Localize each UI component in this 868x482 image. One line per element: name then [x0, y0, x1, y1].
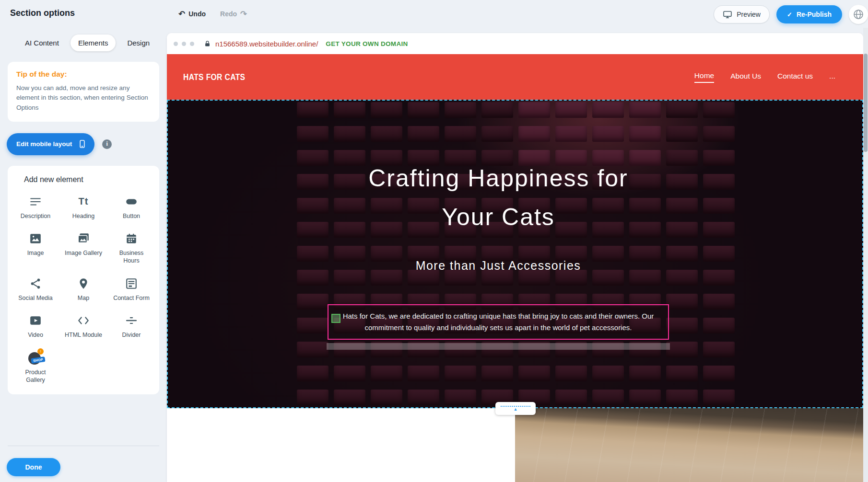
undo-button[interactable]: ↶ Undo	[178, 9, 206, 19]
contact-form-icon	[125, 277, 138, 290]
element-resize-handle[interactable]	[331, 314, 340, 323]
divider-icon	[125, 314, 138, 327]
selected-paragraph-element[interactable]: Hats for Cats, we are dedicated to craft…	[328, 304, 669, 340]
sidebar-divider	[8, 446, 159, 446]
done-button[interactable]: Done	[7, 458, 60, 476]
product-gallery-icon: SHOP ↑	[27, 350, 44, 366]
element-divider[interactable]: Divider	[107, 313, 155, 339]
language-globe-button[interactable]	[849, 5, 868, 24]
hero-section-selected[interactable]: Crafting Happiness for Your Cats More th…	[167, 100, 863, 408]
hero-tile	[555, 366, 587, 381]
html-module-icon	[77, 314, 90, 327]
hero-heading[interactable]: Crafting Happiness for Your Cats	[168, 159, 829, 237]
edit-mobile-layout-button[interactable]: Edit mobile layout	[7, 133, 94, 155]
hero-tile	[592, 390, 624, 405]
mobile-layout-row: Edit mobile layout i	[7, 133, 159, 155]
site-nav: Home About Us Contact us ...	[694, 71, 835, 83]
get-your-own-domain-link[interactable]: GET YOUR OWN DOMAIN	[326, 40, 408, 47]
hero-tile	[518, 366, 550, 381]
window-dot	[182, 42, 186, 46]
element-html-module[interactable]: HTML Module	[59, 313, 107, 339]
add-element-panel: Add new element Description Tt Heading B…	[8, 166, 159, 394]
tip-body: Now you can add, move and resize any ele…	[16, 83, 151, 113]
element-image[interactable]: Image	[12, 231, 59, 264]
heading-icon: Tt	[79, 196, 89, 207]
tab-design[interactable]: Design	[119, 34, 157, 51]
window-control-dots	[174, 42, 194, 46]
browser-preview-window: n1566589.websitebuilder.online/ GET YOUR…	[167, 33, 863, 482]
hero-tile	[408, 366, 439, 381]
hero-tile	[334, 390, 365, 405]
check-icon: ✓	[787, 11, 792, 18]
redo-icon: ↷	[240, 9, 247, 19]
element-video[interactable]: Video	[12, 313, 59, 339]
hero-tile	[408, 390, 439, 405]
element-contact-form[interactable]: Contact Form	[107, 276, 155, 302]
sidebar-tabs: AI Content Elements Design	[17, 34, 167, 51]
hero-tile	[592, 366, 624, 381]
nav-contact-us[interactable]: Contact us	[777, 72, 813, 82]
element-business-hours[interactable]: Business Hours	[107, 231, 155, 264]
hero-subheading[interactable]: More than Just Accessories	[168, 259, 829, 273]
republish-label: Re-Publish	[797, 11, 832, 18]
tab-elements[interactable]: Elements	[70, 34, 116, 51]
element-button[interactable]: Button	[107, 195, 155, 220]
app: Section options ↶ Undo Redo ↷ Preview ✓ …	[0, 0, 868, 482]
preview-label: Preview	[737, 11, 761, 18]
button-icon	[125, 195, 138, 208]
hero-tile	[371, 366, 402, 381]
next-section-photo	[515, 408, 863, 482]
site-header[interactable]: HATS FOR CATS Home About Us Contact us .…	[167, 54, 863, 100]
site-viewport: HATS FOR CATS Home About Us Contact us .…	[167, 54, 863, 482]
nav-home[interactable]: Home	[694, 71, 714, 83]
page-title: Section options	[10, 8, 75, 18]
main-area: n1566589.websitebuilder.online/ GET YOUR…	[167, 28, 868, 482]
section-resize-handle[interactable]: ▲	[495, 402, 536, 415]
hero-tile	[703, 366, 735, 381]
element-heading[interactable]: Tt Heading	[59, 195, 107, 220]
image-icon	[29, 232, 42, 245]
edit-mobile-layout-label: Edit mobile layout	[16, 140, 72, 148]
add-element-title: Add new element	[12, 175, 155, 184]
site-logo[interactable]: HATS FOR CATS	[183, 72, 245, 82]
business-hours-icon	[125, 232, 138, 245]
redo-label: Redo	[220, 10, 237, 18]
tip-of-the-day-card: Tip of the day: Now you can add, move an…	[8, 62, 159, 122]
hero-tile	[555, 390, 587, 405]
hero-tile	[481, 366, 513, 381]
resize-arrow-icon: ▲	[514, 407, 518, 412]
window-dot	[174, 42, 178, 46]
element-product-gallery[interactable]: SHOP ↑ Product Gallery	[12, 351, 59, 384]
history-controls: ↶ Undo Redo ↷	[178, 0, 247, 28]
hero-tile	[371, 390, 402, 405]
redo-button[interactable]: Redo ↷	[220, 9, 247, 19]
page-scrollbar	[863, 28, 868, 482]
hero-paragraph: Hats for Cats, we are dedicated to craft…	[333, 310, 663, 333]
next-section-white-area	[167, 408, 515, 482]
top-bar: Section options ↶ Undo Redo ↷ Preview ✓ …	[0, 0, 868, 28]
nav-about-us[interactable]: About Us	[730, 72, 761, 82]
preview-button[interactable]: Preview	[714, 5, 770, 23]
hero-content: Crafting Happiness for Your Cats More th…	[168, 101, 829, 350]
hero-tile	[666, 390, 698, 405]
topbar-actions: Preview ✓ Re-Publish	[714, 5, 865, 24]
site-url[interactable]: n1566589.websitebuilder.online/	[215, 40, 318, 48]
undo-icon: ↶	[178, 9, 185, 19]
element-map[interactable]: Map	[59, 276, 107, 302]
element-image-gallery[interactable]: Image Gallery	[59, 231, 107, 264]
info-icon[interactable]: i	[102, 139, 112, 149]
hero-tile	[445, 366, 476, 381]
tab-ai-content[interactable]: AI Content	[17, 34, 67, 51]
nav-more-menu[interactable]: ...	[829, 72, 835, 82]
republish-button[interactable]: ✓ Re-Publish	[776, 5, 842, 23]
sidebar: AI Content Elements Design Tip of the da…	[0, 28, 167, 482]
scrollbar-thumb[interactable]	[864, 54, 868, 152]
element-description[interactable]: Description	[12, 195, 59, 220]
tip-title: Tip of the day:	[16, 70, 151, 79]
window-dot	[190, 42, 194, 46]
element-social-media[interactable]: Social Media	[12, 276, 59, 302]
hero-tile	[334, 366, 365, 381]
monitor-icon	[723, 10, 732, 19]
hero-tile	[629, 390, 661, 405]
undo-label: Undo	[188, 10, 206, 18]
